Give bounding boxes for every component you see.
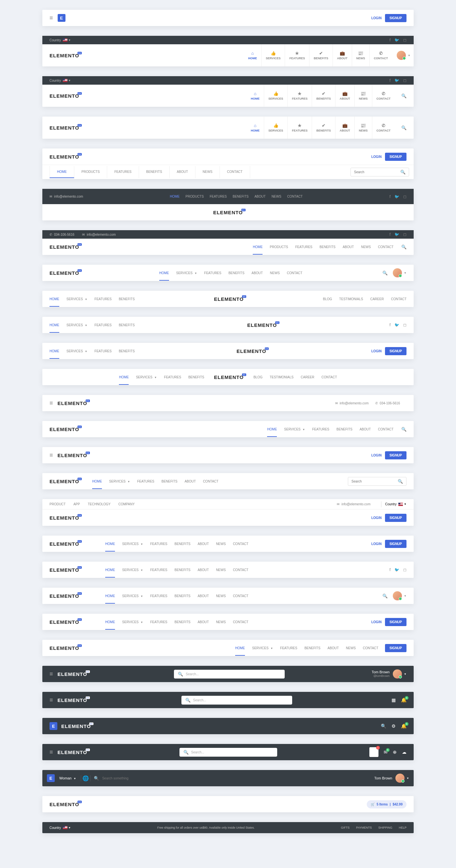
instagram-icon[interactable]: ◻	[403, 567, 406, 572]
menu-icon[interactable]: ≡	[50, 671, 53, 678]
nav-home[interactable]: HOME	[50, 343, 59, 359]
nav-contact[interactable]: CONTACT	[378, 239, 393, 255]
gear-icon[interactable]: ⚙	[392, 723, 396, 728]
footer-payments[interactable]: PAYMENTS	[356, 826, 372, 829]
search-input[interactable]	[102, 776, 144, 780]
nav-features[interactable]: FEATURES	[280, 641, 297, 656]
nav-benefits[interactable]: ✔BENEFITS	[312, 117, 335, 139]
nav-news[interactable]: NEWS	[216, 588, 226, 603]
facebook-icon[interactable]: f	[390, 78, 391, 83]
search-icon[interactable]: 🔍	[383, 271, 388, 275]
footer-help[interactable]: HELP	[399, 826, 407, 829]
nav-services[interactable]: SERVICES ▼	[122, 614, 143, 630]
nav-blog[interactable]: BLOG	[253, 370, 263, 385]
nav-features[interactable]: ★FEATURES	[287, 85, 312, 107]
nav-about[interactable]: ABOUT	[185, 474, 196, 489]
nav-home[interactable]: HOME	[159, 265, 169, 281]
nav-home[interactable]: HOME	[105, 588, 115, 603]
twitter-icon[interactable]: 🐦	[394, 38, 399, 42]
nav-technology[interactable]: TECHNOLOGY	[88, 499, 111, 509]
nav-benefits[interactable]: BENEFITS	[175, 614, 190, 630]
bell-icon[interactable]: 🔔	[401, 698, 406, 703]
nav-news[interactable]: NEWS	[216, 562, 226, 578]
search-icon[interactable]: 🔍	[401, 93, 406, 98]
facebook-icon[interactable]: f	[390, 567, 391, 572]
tab-contact[interactable]: CONTACT	[220, 166, 250, 178]
instagram-icon[interactable]: ◻	[403, 232, 406, 237]
facebook-icon[interactable]: f	[390, 323, 391, 327]
nav-services[interactable]: SERVICES ▼	[66, 317, 87, 333]
nav-contact[interactable]: CONTACT	[322, 370, 337, 385]
signup-button[interactable]: SIGNUP	[385, 618, 406, 626]
nav-products[interactable]: PRODUCTS	[186, 189, 204, 204]
nav-product[interactable]: PRODUCT	[50, 499, 65, 509]
tab-about[interactable]: ABOUT	[170, 166, 195, 178]
nav-services[interactable]: 👍SERVICES	[261, 44, 285, 66]
chevron-down-icon[interactable]: ▼	[68, 39, 71, 42]
chevron-down-icon[interactable]: ▼	[68, 79, 71, 82]
nav-about[interactable]: ABOUT	[328, 641, 339, 656]
nav-news[interactable]: 📰NEWS	[354, 117, 372, 139]
nav-services[interactable]: SERVICES ▼	[252, 641, 273, 656]
menu-icon[interactable]: ≡	[50, 697, 53, 704]
chevron-down-icon[interactable]: ▼	[404, 673, 406, 676]
nav-benefits[interactable]: BENEFITS	[336, 422, 353, 437]
nav-testimonials[interactable]: TESTIMONIALS	[339, 291, 363, 307]
login-button[interactable]: LOGIN	[368, 514, 385, 522]
nav-benefits[interactable]: BENEFITS	[233, 189, 248, 204]
nav-benefits[interactable]: BENEFITS	[119, 317, 135, 333]
nav-home[interactable]: HOME	[50, 291, 59, 307]
nav-services[interactable]: SERVICES ▼	[122, 562, 143, 578]
nav-about[interactable]: ABOUT	[254, 189, 266, 204]
nav-home[interactable]: ⌂HOME	[244, 44, 261, 66]
nav-home[interactable]: ⌂HOME	[247, 117, 264, 139]
nav-home[interactable]: HOME	[235, 641, 245, 656]
twitter-icon[interactable]: 🐦	[394, 567, 399, 572]
globe-icon[interactable]: 🌐	[81, 775, 91, 781]
avatar[interactable]	[397, 51, 406, 60]
login-button[interactable]: LOGIN	[368, 347, 385, 355]
search-icon[interactable]: 🔍	[398, 479, 403, 484]
mail-icon[interactable]: ✉	[384, 749, 388, 755]
nav-news[interactable]: NEWS	[361, 239, 371, 255]
menu-icon[interactable]: ≡	[50, 452, 53, 459]
nav-home[interactable]: HOME	[119, 370, 129, 385]
twitter-icon[interactable]: 🐦	[394, 323, 399, 327]
menu-icon[interactable]: ≡	[50, 400, 53, 407]
nav-services[interactable]: SERVICES ▼	[136, 370, 157, 385]
nav-features[interactable]: FEATURES	[94, 291, 112, 307]
search-input[interactable]	[354, 170, 400, 174]
nav-contact[interactable]: CONTACT	[391, 291, 406, 307]
instagram-icon[interactable]: ◻	[403, 78, 406, 83]
nav-about[interactable]: ABOUT	[251, 265, 263, 281]
nav-contact[interactable]: CONTACT	[233, 536, 248, 552]
search-box[interactable]: 🔍	[351, 168, 409, 177]
search-input[interactable]	[186, 672, 281, 676]
nav-contact[interactable]: CONTACT	[378, 422, 393, 437]
nav-about[interactable]: ABOUT	[198, 562, 209, 578]
nav-company[interactable]: COMPANY	[118, 499, 134, 509]
nav-services[interactable]: SERVICES ▼	[66, 343, 87, 359]
nav-benefits[interactable]: BENEFITS	[119, 291, 135, 307]
file-icon[interactable]	[369, 747, 378, 757]
search-icon[interactable]: 🔍	[94, 776, 99, 781]
nav-benefits[interactable]: BENEFITS	[175, 536, 190, 552]
nav-news[interactable]: NEWS	[216, 536, 226, 552]
nav-home[interactable]: HOME	[92, 474, 102, 489]
nav-news[interactable]: 📰NEWS	[354, 85, 372, 107]
search-input[interactable]	[352, 479, 398, 483]
signup-button[interactable]: SIGNUP	[385, 347, 406, 355]
nav-contact[interactable]: CONTACT	[233, 614, 248, 630]
nav-about[interactable]: ABOUT	[198, 614, 209, 630]
nav-home[interactable]: HOME	[267, 422, 277, 437]
nav-features[interactable]: FEATURES	[204, 265, 221, 281]
search-input[interactable]	[193, 699, 288, 702]
nav-services[interactable]: SERVICES ▼	[109, 474, 130, 489]
nav-news[interactable]: NEWS	[216, 614, 226, 630]
chevron-down-icon[interactable]: ▼	[404, 594, 406, 597]
login-button[interactable]: LOGIN	[368, 153, 385, 160]
nav-features[interactable]: FEATURES	[150, 562, 168, 578]
nav-news[interactable]: NEWS	[272, 189, 281, 204]
menu-icon[interactable]: ≡	[50, 14, 53, 22]
nav-contact[interactable]: CONTACT	[363, 641, 378, 656]
